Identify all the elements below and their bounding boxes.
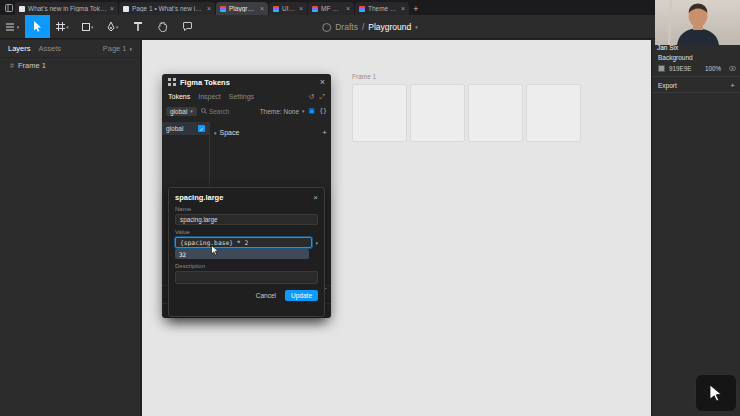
frame-icon: # xyxy=(10,62,14,69)
tab-label: MF Demo xyxy=(321,5,343,12)
properties-panel: Jan Six Background 919E9E 100% Export + xyxy=(651,40,740,416)
browser-tab-active[interactable]: Playground × xyxy=(216,2,268,15)
add-export-icon[interactable]: + xyxy=(730,81,735,90)
token-set-item-global[interactable]: global ✓ xyxy=(162,122,209,135)
background-wall-edge xyxy=(669,0,671,45)
tab-favicon xyxy=(220,6,226,12)
color-hex-field[interactable]: 919E9E xyxy=(669,65,691,72)
tab-label: UI Kit xyxy=(282,5,296,12)
token-set-dropdown[interactable]: global ▾ xyxy=(166,107,197,116)
plugin-title: Figma Tokens xyxy=(180,78,230,87)
plugin-tab-settings[interactable]: Settings xyxy=(229,93,254,100)
export-section-label: Export xyxy=(658,82,677,89)
token-view-toggle-icon[interactable]: ▣ xyxy=(309,107,316,115)
main-menu-icon[interactable]: ▾ xyxy=(0,15,25,38)
token-set-dropdown-label: global xyxy=(170,108,187,115)
tab-layers[interactable]: Layers xyxy=(8,44,31,53)
plugin-body: global ✓ ▾ Space + ▾ Opacity + xyxy=(162,122,331,285)
color-swatch[interactable] xyxy=(658,65,665,72)
canvas-frame-rect[interactable] xyxy=(526,84,581,142)
canvas-frame-rect[interactable] xyxy=(352,84,407,142)
visibility-eye-icon[interactable] xyxy=(729,65,736,72)
theme-dropdown-label: Theme: None xyxy=(260,108,299,115)
person-shirt xyxy=(677,28,719,45)
divider xyxy=(652,92,740,93)
add-token-icon[interactable]: + xyxy=(322,128,327,137)
search-icon xyxy=(201,108,207,114)
tab-favicon xyxy=(359,6,365,12)
value-field[interactable]: {spacing.base} * 2 xyxy=(175,237,312,248)
cursor-highlight-overlay xyxy=(695,374,737,412)
browser-tab[interactable]: Page 1 • What's new in Figma Token... × xyxy=(119,2,215,15)
background-section-label: Background xyxy=(658,54,693,61)
tab-close-icon[interactable]: × xyxy=(299,5,303,12)
modal-title: spacing.large xyxy=(175,193,223,202)
pen-tool-button[interactable]: ▾ xyxy=(100,15,125,38)
page-selector-label: Page 1 xyxy=(103,44,127,53)
cancel-button[interactable]: Cancel xyxy=(256,292,276,299)
tab-close-icon[interactable]: × xyxy=(260,5,264,12)
chevron-down-icon[interactable]: ▾ xyxy=(315,240,318,246)
browser-tab[interactable]: MF Demo × xyxy=(308,2,354,15)
update-button[interactable]: Update xyxy=(285,290,318,301)
tab-favicon xyxy=(312,6,318,12)
search-input[interactable]: Search xyxy=(201,108,230,115)
plugin-header[interactable]: Figma Tokens × xyxy=(162,74,331,90)
description-field-label: Description xyxy=(175,263,318,269)
breadcrumb-drafts[interactable]: Drafts xyxy=(335,22,358,32)
chevron-down-icon: ▾ xyxy=(214,130,217,136)
tab-close-icon[interactable]: × xyxy=(401,5,405,12)
tab-close-icon[interactable]: × xyxy=(207,5,211,12)
expand-icon[interactable]: ⤢ xyxy=(319,93,325,101)
presenter-name-label: Jan Six xyxy=(657,44,678,51)
background-color-row: 919E9E 100% xyxy=(658,63,736,73)
text-tool-button[interactable] xyxy=(125,15,150,38)
move-tool-button[interactable] xyxy=(25,15,50,38)
app-window: What's new in Figma Tokens and wh... × P… xyxy=(0,0,740,416)
canvas[interactable]: Frame 1 Figma Tokens × Tokens Inspect Se… xyxy=(142,40,651,416)
plugin-tab-bar: Tokens Inspect Settings ↺ ⤢ xyxy=(162,90,331,103)
description-field[interactable] xyxy=(175,271,318,284)
browser-tab[interactable]: Theme Demo × xyxy=(355,2,409,15)
name-field[interactable]: spacing.large xyxy=(175,214,318,225)
project-avatar-icon xyxy=(322,23,331,32)
plugin-close-icon[interactable]: × xyxy=(320,78,325,87)
canvas-frame-rect[interactable] xyxy=(410,84,465,142)
breadcrumb[interactable]: Drafts / Playground ▾ xyxy=(322,15,418,39)
plugin-tab-tokens[interactable]: Tokens xyxy=(168,93,190,100)
breadcrumb-file-name: Playground xyxy=(368,22,411,32)
plugin-tab-inspect[interactable]: Inspect xyxy=(198,93,221,100)
token-set-checkbox[interactable]: ✓ xyxy=(198,125,205,132)
undo-icon[interactable]: ↺ xyxy=(309,93,315,101)
frame-tool-button[interactable]: ▾ xyxy=(50,15,75,38)
autocomplete-suggestion[interactable]: 32 xyxy=(175,249,309,259)
tab-assets[interactable]: Assets xyxy=(39,44,62,53)
browser-tab[interactable]: UI Kit × xyxy=(269,2,307,15)
tab-close-icon[interactable]: × xyxy=(346,5,350,12)
canvas-frame-label[interactable]: Frame 1 xyxy=(352,73,376,80)
canvas-frame-rect[interactable] xyxy=(468,84,523,142)
tab-favicon xyxy=(19,6,25,12)
new-tab-button[interactable]: + xyxy=(410,2,422,15)
layer-item-frame-1[interactable]: # Frame 1 xyxy=(0,58,140,73)
json-view-icon[interactable]: {} xyxy=(319,107,327,115)
page-selector[interactable]: Page 1 ▾ xyxy=(103,44,132,53)
browser-sidebar-icon[interactable] xyxy=(3,1,15,14)
chevron-down-icon: ▾ xyxy=(129,46,132,52)
tab-favicon xyxy=(273,6,279,12)
tab-label: What's new in Figma Tokens and wh... xyxy=(28,5,107,12)
figma-toolbar: ▾ ▾ ▾ ▾ Drafts / Playground xyxy=(0,15,740,39)
chevron-down-icon[interactable]: ▾ xyxy=(415,24,418,30)
comment-tool-button[interactable] xyxy=(175,15,200,38)
shape-tool-button[interactable]: ▾ xyxy=(75,15,100,38)
layer-item-label: Frame 1 xyxy=(18,61,46,70)
export-section-row: Export + xyxy=(658,81,735,90)
opacity-field[interactable]: 100% xyxy=(705,65,721,72)
theme-dropdown[interactable]: Theme: None ▾ xyxy=(260,108,305,115)
tab-close-icon[interactable]: × xyxy=(110,5,114,12)
modal-close-icon[interactable]: × xyxy=(313,194,318,202)
layers-panel-header: Layers Assets Page 1 ▾ xyxy=(0,40,140,58)
token-section-space[interactable]: ▾ Space + xyxy=(214,126,327,139)
browser-tab[interactable]: What's new in Figma Tokens and wh... × xyxy=(15,2,118,15)
hand-tool-button[interactable] xyxy=(150,15,175,38)
